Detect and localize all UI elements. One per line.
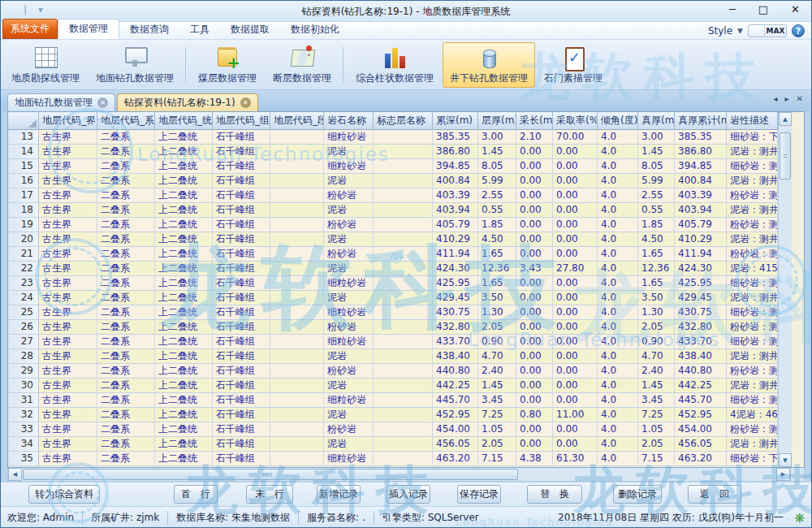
btn-sketch[interactable]: 石门素描管理 <box>537 42 610 88</box>
grid-cell[interactable]: 452.95 <box>433 408 478 422</box>
grid-cell[interactable]: 细砂岩：下部2.19米 <box>727 130 778 145</box>
btn-coal-seam[interactable]: 煤层数据管理 <box>191 42 264 88</box>
grid-cell[interactable]: 古生界 <box>39 437 97 452</box>
grid-cell[interactable]: 泥岩：415.32~418. <box>727 262 778 276</box>
row-number-cell[interactable]: 16 <box>8 174 39 188</box>
scroll-right-icon[interactable]: ▶ <box>776 468 790 481</box>
grid-cell[interactable]: 4.0 <box>598 247 638 262</box>
grid-cell[interactable]: 0.00 <box>516 276 553 291</box>
grid-cell[interactable]: 7.15 <box>478 452 516 466</box>
grid-cell[interactable]: 上二叠统 <box>155 364 213 379</box>
grid-cell[interactable]: 4.0 <box>598 393 638 408</box>
grid-cell[interactable]: 泥岩 <box>324 232 374 247</box>
grid-cell[interactable]: 1.65 <box>638 247 675 262</box>
grid-cell[interactable]: 403.94 <box>675 203 727 218</box>
row-number-cell[interactable]: 34 <box>8 437 39 452</box>
grid-cell[interactable]: 0.00 <box>553 145 598 159</box>
tab-tools[interactable]: 工具 <box>179 20 220 39</box>
grid-cell[interactable] <box>374 335 433 349</box>
grid-cell[interactable]: 上二叠统 <box>155 218 213 232</box>
btn-survey-line[interactable]: 地质勘探线管理 <box>4 42 87 88</box>
grid-cell[interactable]: 上二叠统 <box>155 452 213 466</box>
grid-cell[interactable]: 泥岩：测井解释. <box>727 437 778 452</box>
grid-cell[interactable]: 4.0 <box>598 159 638 174</box>
record-button[interactable]: 插入记录 <box>387 485 430 504</box>
grid-cell[interactable]: 3.00 <box>478 130 516 145</box>
grid-cell[interactable]: 400.84 <box>433 174 478 188</box>
grid-cell[interactable]: 泥岩：测井解释. <box>727 203 778 218</box>
grid-cell[interactable]: 石千峰组 <box>213 364 270 379</box>
horizontal-scrollbar-thumb[interactable] <box>23 469 518 480</box>
vertical-scrollbar-thumb[interactable] <box>780 132 791 180</box>
grid-cell[interactable]: 细粒砂岩 <box>324 393 374 408</box>
grid-cell[interactable]: 0.00 <box>516 291 553 305</box>
grid-cell[interactable]: 4.0 <box>598 422 638 437</box>
grid-cell[interactable]: 石千峰组 <box>213 247 270 262</box>
grid-cell[interactable] <box>270 276 324 291</box>
grid-cell[interactable]: 445.70 <box>433 393 478 408</box>
grid-cell[interactable]: 0.00 <box>516 305 553 320</box>
grid-cell[interactable]: 古生界 <box>39 232 97 247</box>
grid-cell[interactable]: 细粒砂岩 <box>324 159 374 174</box>
grid-cell[interactable]: 二叠系 <box>97 232 155 247</box>
grid-cell[interactable]: 泥岩：测井解释. <box>727 379 778 393</box>
grid-cell[interactable]: 0.00 <box>553 335 598 349</box>
grid-cell[interactable]: 二叠系 <box>97 335 155 349</box>
grid-cell[interactable]: 上二叠统 <box>155 393 213 408</box>
grid-cell[interactable]: 古生界 <box>39 276 97 291</box>
grid-cell[interactable] <box>270 203 324 218</box>
grid-cell[interactable]: 4.0 <box>598 349 638 364</box>
grid-cell[interactable] <box>270 452 324 466</box>
column-header[interactable]: 地层代码_统 <box>155 112 213 130</box>
grid-cell[interactable]: 上二叠统 <box>155 320 213 335</box>
grid-cell[interactable]: 4泥岩：46.17~446. <box>727 408 778 422</box>
grid-cell[interactable]: 1.05 <box>638 422 675 437</box>
grid-cell[interactable]: 385.35 <box>675 130 727 145</box>
grid-cell[interactable]: 442.25 <box>433 379 478 393</box>
grid-cell[interactable] <box>374 203 433 218</box>
grid-cell[interactable]: 0.00 <box>553 232 598 247</box>
grid-cell[interactable]: 5.99 <box>638 174 675 188</box>
record-button[interactable]: 新增记录 <box>317 485 361 504</box>
grid-cell[interactable]: 4.0 <box>598 276 638 291</box>
tab-close-icon[interactable] <box>240 97 251 108</box>
grid-cell[interactable]: 二叠系 <box>97 247 155 262</box>
grid-cell[interactable]: 2.05 <box>478 437 516 452</box>
grid-cell[interactable]: 上二叠统 <box>155 276 213 291</box>
grid-cell[interactable]: 403.94 <box>433 203 478 218</box>
grid-cell[interactable] <box>374 218 433 232</box>
grid-cell[interactable]: 泥岩：测井解释. <box>727 291 778 305</box>
grid-cell[interactable]: 石千峰组 <box>213 305 270 320</box>
row-number-cell[interactable]: 17 <box>8 188 39 203</box>
grid-cell[interactable]: 细砂岩：下部4.43m <box>727 452 778 466</box>
grid-cell[interactable]: 粉砂岩：测井解释. <box>727 247 778 262</box>
grid-cell[interactable]: 4.0 <box>598 174 638 188</box>
close-icon[interactable]: ✕ <box>791 3 800 15</box>
grid-cell[interactable]: 430.75 <box>433 305 478 320</box>
grid-cell[interactable]: 2.55 <box>638 188 675 203</box>
tab-close-icon[interactable] <box>97 97 108 108</box>
grid-cell[interactable]: 二叠系 <box>97 145 155 159</box>
grid-cell[interactable]: 粉砂岩 <box>324 320 374 335</box>
btn-column-data[interactable]: 综合柱状数据管理 <box>348 42 441 88</box>
grid-cell[interactable]: 442.25 <box>675 379 727 393</box>
grid-cell[interactable]: 上二叠统 <box>155 422 213 437</box>
tab-data-extract[interactable]: 数据提取 <box>220 20 280 39</box>
grid-cell[interactable] <box>270 349 324 364</box>
record-button[interactable]: 删除记录 <box>613 485 662 504</box>
grid-cell[interactable]: 386.80 <box>675 145 727 159</box>
grid-cell[interactable]: 石千峰组 <box>213 452 270 466</box>
grid-cell[interactable]: 二叠系 <box>97 218 155 232</box>
grid-cell[interactable]: 4.50 <box>638 232 675 247</box>
row-number-cell[interactable]: 25 <box>8 305 39 320</box>
grid-cell[interactable]: 4.0 <box>598 262 638 276</box>
grid-cell[interactable]: 4.0 <box>598 145 638 159</box>
grid-cell[interactable]: 二叠系 <box>97 130 155 145</box>
grid-cell[interactable]: 泥岩：测井解释. <box>727 145 778 159</box>
grid-cell[interactable] <box>374 174 433 188</box>
grid-cell[interactable]: 70.00 <box>553 130 598 145</box>
row-number-cell[interactable]: 24 <box>8 291 39 305</box>
grid-cell[interactable]: 石千峰组 <box>213 335 270 349</box>
max-toggle[interactable]: MAX <box>748 24 787 37</box>
grid-cell[interactable]: 432.80 <box>675 320 727 335</box>
